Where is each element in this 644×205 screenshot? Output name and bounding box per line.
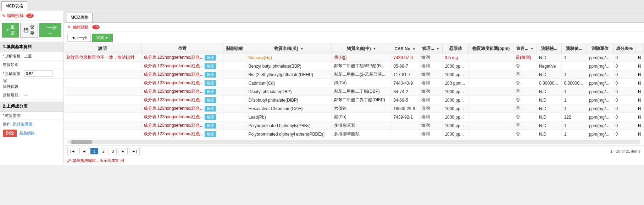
filter-icon-mgmt[interactable]: ▼ [436, 47, 440, 51]
cell-declare: 否 [513, 70, 537, 79]
cell-declare: 否 [513, 113, 537, 121]
cell-name-en: Hexavalent Chromium(Cr6+) [246, 104, 332, 113]
cell-percentage: 0 [613, 87, 635, 96]
prev-button[interactable]: ◄上一步 [67, 34, 91, 42]
cell-percentage: 0 [613, 70, 635, 79]
cell-name-cn: 多溴聯苯醚類 [332, 130, 391, 138]
col-test-unit: 測驗單位 [587, 44, 613, 53]
reset-button[interactable]: ↺ 重置 [2, 23, 19, 38]
table-row: 成分表,123hongsefenmo/紅色... 檢搜 Bis (2-ethyl… [64, 70, 644, 79]
filter-icon-cas[interactable]: ▼ [412, 47, 416, 51]
reset-label: 重置 [10, 24, 16, 36]
query-button[interactable]: 檢搜 [205, 72, 216, 78]
col-extra [635, 44, 644, 53]
field-spec-row: 拆解規範 --- [0, 91, 63, 99]
complete-button[interactable]: 完成 ► [92, 34, 113, 42]
cell-name-en: Diisobutyl phthalate(DIBP) [246, 96, 332, 104]
cell-test-result: N.D [537, 121, 562, 130]
tab-mcd-right[interactable]: MCD表格 [67, 13, 93, 22]
field-weight-label: 拆解重量 [3, 71, 24, 76]
cell-test-result: N.D [537, 130, 562, 138]
cell-test-unit: ppm(mg/... [587, 121, 613, 130]
cell-location: 成分表,123hongsefenmo/紅色... 檢搜 [141, 53, 223, 62]
cell-description [64, 104, 141, 113]
cell-concentration [469, 113, 513, 121]
cell-declare: 否 [513, 96, 537, 104]
page-first-button[interactable]: |◄ [67, 148, 78, 154]
cell-name-en: Bis (2-ethylhexyl)phthalate(DEHP) [246, 70, 332, 79]
cell-test-value: 1 [562, 96, 587, 104]
cell-mgmt: 檢測 [419, 62, 443, 70]
cell-cas: 18540-29-9 [391, 104, 419, 113]
page-2-button[interactable]: 2 [100, 148, 107, 154]
network-link[interactable]: 易易網路 [19, 131, 35, 136]
page-next-button[interactable]: ► [118, 148, 128, 154]
delete-button[interactable]: 刪除 [3, 130, 17, 137]
field-spec-value: --- [24, 93, 28, 97]
col-querytype: 關聯規範 [223, 44, 246, 53]
filter-icon-name-cn[interactable]: ▼ [373, 47, 376, 51]
query-button[interactable]: 檢搜 [205, 63, 216, 69]
page-3-button[interactable]: 3 [109, 148, 117, 154]
edit-disassemble-link-left[interactable]: ✎ 編輯拆解 12 [0, 11, 63, 21]
cell-description [64, 121, 141, 130]
cell-concentration [469, 96, 513, 104]
op-row-2: 刪除 易易網路 [0, 128, 63, 138]
table-row: 成分表,123hongsefenmo/紅色... 檢搜 Polybrominat… [64, 121, 644, 130]
horizontal-scrollbar[interactable] [67, 140, 640, 144]
save-button[interactable]: 💾 儲存 [20, 23, 38, 38]
query-button[interactable]: 檢搜 [205, 55, 216, 61]
page-prev-button[interactable]: ◄ [79, 148, 89, 154]
query-button[interactable]: 檢搜 [205, 89, 216, 95]
query-button[interactable]: 檢搜 [205, 114, 216, 120]
query-button[interactable]: 檢搜 [205, 97, 216, 103]
cell-declare: 是(檢測) [513, 53, 537, 62]
query-button[interactable]: 檢搜 [205, 80, 216, 86]
reset-icon: ↺ [5, 28, 9, 33]
col-name-en: 物質名稱(英) ▼ [246, 44, 332, 53]
query-button[interactable]: 檢搜 [205, 106, 216, 112]
cell-querytype [223, 113, 246, 121]
cell-cas: 7439-92-1 [391, 113, 419, 121]
cell-querytype [223, 104, 246, 113]
col-test-result: 測驗檢... [537, 44, 562, 53]
page-1-button[interactable]: 1 [90, 148, 98, 154]
cell-extra: N [635, 79, 644, 87]
cell-test-unit: ppm(mg/... [587, 96, 613, 104]
cell-threshold: 1000 pp... [443, 113, 469, 121]
cell-declare: 否 [513, 87, 537, 96]
cell-test-unit: ppm(mg/... [587, 79, 613, 87]
cell-extra: N [635, 104, 644, 113]
cell-name-cn: 鉛(Pb) [332, 113, 391, 121]
cell-test-value: 0.00000... [562, 79, 587, 87]
query-button[interactable]: 檢搜 [205, 123, 216, 129]
cell-mgmt: 檢測 [419, 121, 443, 130]
cell-name-en: Benzyl butyl phthalate(BBP) [246, 62, 332, 70]
cell-threshold: 1000 pp... [443, 96, 469, 104]
col-description: 說明 [64, 44, 141, 53]
left-toolbar: ↺ 重置 💾 儲存 下一步 → [0, 21, 63, 40]
pagination-bar: |◄ ◄ 1 2 3 ► ►| 1 - 10 of 21 items [64, 146, 644, 156]
cell-threshold: 100 ppm... [443, 79, 469, 87]
cell-name-cn: 鄰苯二甲酸二異丁酯(DIBP) [332, 96, 391, 104]
edit-disassemble-link-right[interactable]: 編輯拆解 [73, 24, 89, 30]
filter-icon-declare[interactable]: ▼ [530, 47, 534, 51]
field-weight-input[interactable] [24, 70, 52, 77]
cell-location: 成分表,123hongsefenmo/紅色... 檢搜 [141, 113, 223, 121]
next-button[interactable]: 下一步 → [39, 23, 61, 37]
cell-test-result: 0.00000... [537, 79, 562, 87]
tab-mcd-left[interactable]: MCD表格 [1, 1, 27, 11]
cell-description [64, 70, 141, 79]
cell-querytype [223, 53, 246, 62]
section1-title: 1.填寫基本資料 [0, 42, 63, 52]
cell-test-result: N.D [537, 113, 562, 121]
filter-icon-name-en[interactable]: ▼ [300, 47, 304, 51]
cell-querytype [223, 121, 246, 130]
cell-name-cn: 汞(Hg) [332, 53, 391, 62]
material-link[interactable]: 原材製備圖 [13, 121, 32, 127]
page-last-button[interactable]: ►| [129, 148, 140, 154]
cell-test-unit: ppm(mg/... [587, 70, 613, 79]
cell-test-unit: ppm(mg/... [587, 53, 613, 62]
scrollbar-thumb[interactable] [71, 140, 92, 144]
query-button[interactable]: 檢搜 [205, 131, 216, 137]
